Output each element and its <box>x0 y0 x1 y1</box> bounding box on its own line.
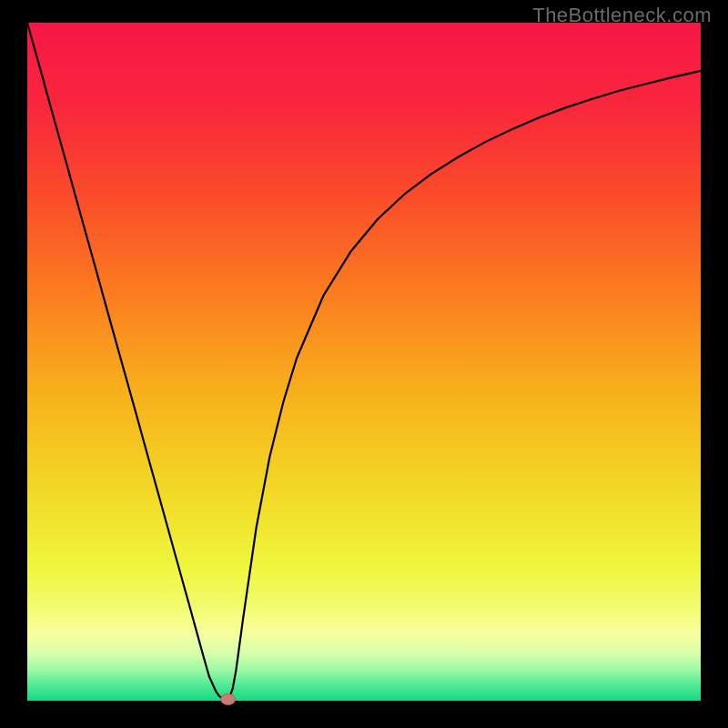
plot-background <box>27 23 701 701</box>
optimal-point-marker <box>221 694 236 705</box>
bottleneck-chart <box>0 0 728 728</box>
watermark-text: TheBottleneck.com <box>532 4 712 27</box>
